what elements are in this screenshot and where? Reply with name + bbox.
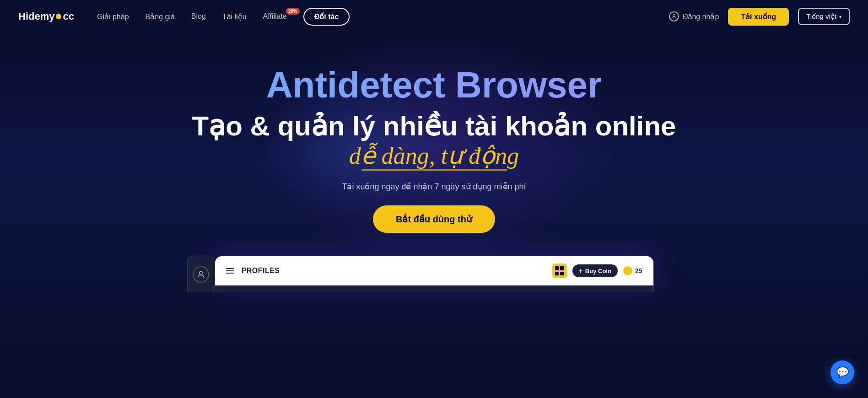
buy-coin-label: Buy Coin [585, 268, 611, 274]
affiliate-wrapper: Affiliate 20% [263, 12, 287, 21]
nav-link-tai-lieu[interactable]: Tài liệu [222, 12, 247, 21]
coin-count-value: 25 [635, 267, 642, 274]
profiles-label: PROFILES [242, 267, 280, 275]
logo[interactable]: Hidemy cc [18, 11, 74, 22]
doi-tac-button[interactable]: Đối tác [303, 8, 350, 26]
buy-coin-button[interactable]: + Buy Coin [572, 264, 618, 277]
nav-link-giai-phap[interactable]: Giải pháp [97, 12, 129, 21]
hero-section: Antidetect Browser Tạo & quản lý nhiều t… [0, 33, 868, 353]
app-toolbar: PROFILES + Buy Coin 25 [215, 256, 653, 285]
hero-description: Tải xuống ngay để nhận 7 ngày sử dụng mi… [18, 182, 850, 192]
start-trial-button[interactable]: Bắt đầu dùng thử [373, 205, 495, 233]
language-label: Tiếng việt [806, 12, 836, 21]
login-label: Đăng nhập [683, 12, 719, 21]
menu-icon[interactable] [226, 268, 234, 274]
download-button[interactable]: Tải xuống [728, 8, 789, 26]
app-window: PROFILES + Buy Coin 25 [215, 256, 654, 292]
plus-icon: + [579, 267, 582, 274]
hero-subtitle-script: dễ dàng, tự động [18, 142, 850, 171]
nav-link-bang-gia[interactable]: Bảng giá [146, 12, 175, 21]
chat-support-button[interactable]: 💬 [830, 360, 854, 384]
logo-text-after: cc [63, 11, 74, 22]
svg-point-1 [199, 271, 203, 274]
app-preview: PROFILES + Buy Coin 25 [18, 256, 850, 292]
hero-title-line1: Antidetect Browser [18, 65, 850, 105]
logo-dot [56, 14, 61, 19]
side-user-icon [193, 266, 209, 283]
logo-text: Hidemy [18, 11, 54, 22]
user-icon [669, 11, 679, 22]
svg-point-0 [673, 14, 675, 16]
coin-count: 25 [623, 266, 642, 275]
grid-icon[interactable] [552, 264, 567, 278]
navbar: Hidemy cc Giải pháp Bảng giá Blog Tài li… [0, 0, 868, 33]
coin-icon [623, 266, 632, 275]
nav-link-blog[interactable]: Blog [191, 12, 206, 21]
nav-right: Đăng nhập Tải xuống Tiếng việt ▾ [669, 8, 850, 26]
nav-link-affiliate[interactable]: Affiliate [263, 12, 287, 20]
affiliate-badge: 20% [286, 8, 300, 15]
toolbar-right: + Buy Coin 25 [552, 264, 642, 278]
side-panel [187, 256, 215, 292]
login-link[interactable]: Đăng nhập [669, 11, 719, 22]
chat-bubble-icon: 💬 [836, 366, 849, 378]
hero-title-line2: Tạo & quản lý nhiều tài khoản online [18, 110, 850, 142]
nav-links: Giải pháp Bảng giá Blog Tài liệu Affilia… [97, 8, 669, 26]
language-button[interactable]: Tiếng việt ▾ [798, 8, 850, 25]
chevron-down-icon: ▾ [839, 14, 841, 19]
